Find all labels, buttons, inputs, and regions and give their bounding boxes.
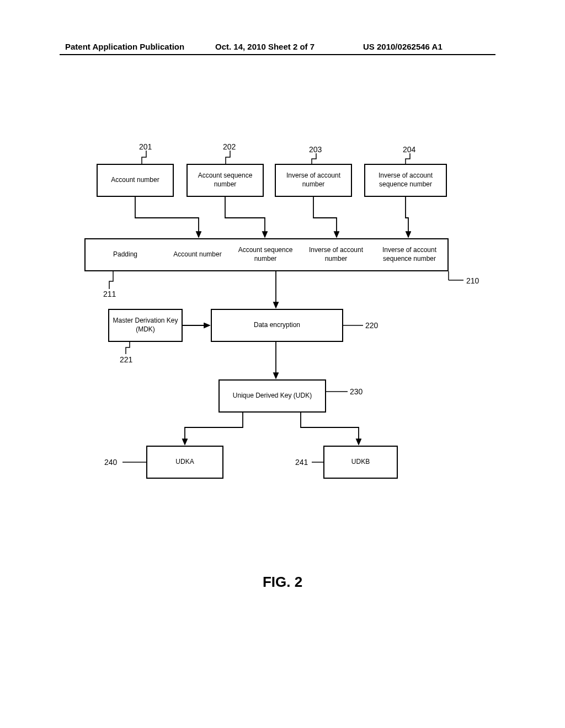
diagram-connectors: [0, 0, 565, 728]
